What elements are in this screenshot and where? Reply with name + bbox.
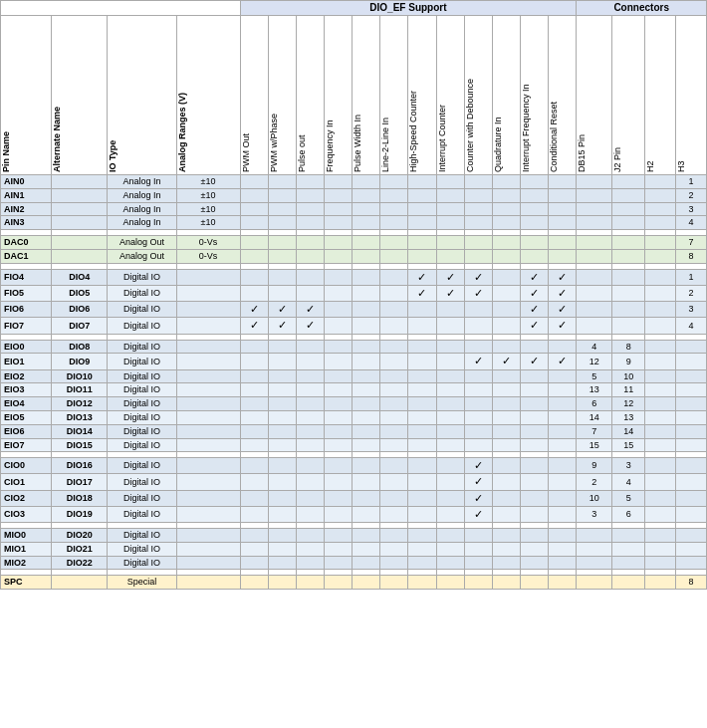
dio-cell [436,397,464,411]
dio-cell [436,302,464,318]
dio-cell [408,490,436,506]
dio-cell [520,383,548,397]
dio-cell [324,576,352,590]
dio-cell [380,506,408,522]
dio-cell [353,438,380,452]
connector-cell [577,188,612,202]
io-type-cell: Special [108,576,176,590]
dio-cell [353,302,380,318]
pin-name-cell: AIN3 [1,216,52,230]
dio-cell [492,474,520,490]
dio-cell [549,188,577,202]
dio-cell [324,542,352,556]
connector-cell [577,285,612,301]
connector-cell [612,216,645,230]
pin-table: DIO_EF Support Connectors Pin Name Alter… [0,0,707,590]
connector-cell [577,556,612,570]
pin-name-cell: AIN2 [1,202,52,216]
pin-name-cell: EIO4 [1,397,52,411]
io-type-cell: Digital IO [108,410,176,424]
dio-cell: ✓ [464,506,492,522]
io-type-cell: Digital IO [108,542,176,556]
dio-cell: ✓ [436,285,464,301]
dio-cell [268,576,296,590]
dio-cell [296,354,324,369]
dio-cell [549,542,577,556]
table-row: CIO3DIO19Digital IO✓36 [1,506,707,522]
dio-cell [296,438,324,452]
analog-range-cell [176,369,240,383]
connector-cell [645,302,676,318]
connector-cell [612,249,645,263]
connector-cell: 2 [676,188,707,202]
pin-name-cell: MIO0 [1,529,52,543]
pin-name-cell: MIO1 [1,542,52,556]
analog-range-cell [176,576,240,590]
table-row: AIN2Analog In±103 [1,202,707,216]
dio-cell [492,340,520,354]
analog-range-cell [176,354,240,369]
dio-cell [520,542,548,556]
dio-cell [324,354,352,369]
io-type-cell: Digital IO [108,438,176,452]
connector-cell [645,269,676,285]
dio-cell [520,236,548,250]
connector-cell [676,529,707,543]
dio-cell [464,542,492,556]
dio-cell [520,506,548,522]
dio-cell [296,576,324,590]
connector-cell [577,318,612,334]
conditional-reset-header: Conditional Reset [549,16,577,175]
dio-cell [268,506,296,522]
table-row: EIO4DIO12Digital IO612 [1,397,707,411]
dio-cell [464,529,492,543]
dio-cell [408,410,436,424]
dio-cell [436,556,464,570]
dio-cell [436,529,464,543]
connector-cell: 7 [676,236,707,250]
dio-cell [464,397,492,411]
table-row: FIO5DIO5Digital IO✓✓✓✓✓2 [1,285,707,301]
connector-cell: 8 [676,576,707,590]
dio-cell [324,269,352,285]
connector-cell [645,397,676,411]
pin-name-cell: FIO6 [1,302,52,318]
dio-cell [324,175,352,189]
pin-name-cell: EIO0 [1,340,52,354]
connector-cell: 5 [612,490,645,506]
dio-cell [380,383,408,397]
analog-range-cell [176,397,240,411]
dio-cell: ✓ [520,285,548,301]
dio-cell [268,354,296,369]
io-type-cell: Analog Out [108,249,176,263]
db15-header: DB15 Pin [577,16,612,175]
dio-cell [268,383,296,397]
alt-name-cell [52,249,108,263]
dio-cell [240,285,268,301]
dio-cell [464,340,492,354]
connector-cell [676,490,707,506]
dio-cell [408,175,436,189]
alt-name-cell: DIO16 [52,458,108,474]
dio-cell [240,369,268,383]
dio-cell [464,236,492,250]
dio-cell [353,506,380,522]
dio-cell [492,458,520,474]
pwm-out-header: PWM Out [240,16,268,175]
dio-cell [464,410,492,424]
dio-cell [492,236,520,250]
dio-cell [324,397,352,411]
analog-range-cell: ±10 [176,175,240,189]
dio-cell [492,529,520,543]
table-row: EIO6DIO14Digital IO714 [1,424,707,438]
dio-cell [549,397,577,411]
analog-range-cell [176,542,240,556]
connector-cell [612,302,645,318]
connector-cell [676,438,707,452]
dio-cell [549,236,577,250]
table-row: EIO1DIO9Digital IO✓✓✓✓129 [1,354,707,369]
io-type-cell: Digital IO [108,529,176,543]
connector-cell: 6 [612,506,645,522]
alt-name-cell: DIO10 [52,369,108,383]
dio-cell [520,216,548,230]
